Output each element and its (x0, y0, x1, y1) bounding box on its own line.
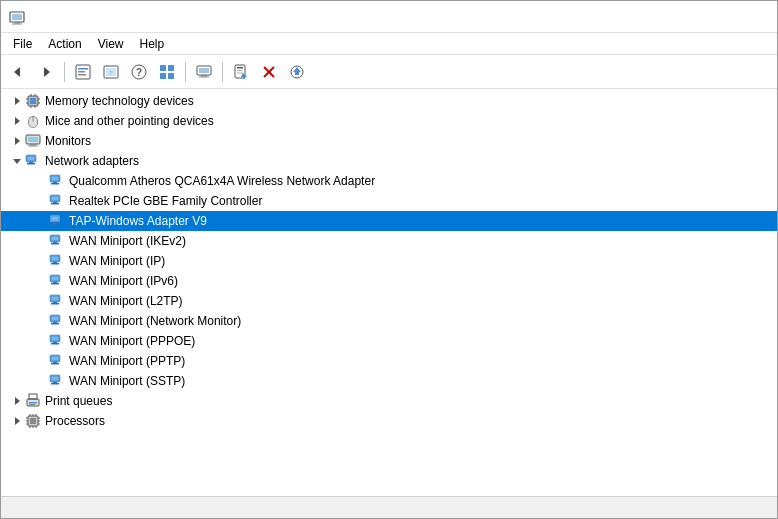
svg-rect-56 (29, 162, 33, 163)
svg-rect-3 (12, 23, 22, 24)
svg-rect-91 (52, 337, 58, 340)
expand-btn-processors[interactable] (9, 413, 25, 429)
svg-rect-59 (52, 177, 58, 180)
item-icon-wan-sstp (49, 373, 65, 389)
menu-help[interactable]: Help (132, 33, 173, 54)
svg-rect-2 (14, 22, 20, 24)
item-label-wan-ikev2: WAN Miniport (IKEv2) (69, 231, 186, 251)
update-button[interactable] (284, 59, 310, 85)
svg-rect-26 (237, 72, 243, 73)
svg-rect-22 (199, 76, 209, 77)
back-icon (10, 64, 26, 80)
svg-rect-101 (51, 383, 59, 385)
item-icon-tap (49, 213, 65, 229)
item-label-qualcomm: Qualcomm Atheros QCA61x4A Wireless Netwo… (69, 171, 375, 191)
separator-3 (222, 62, 223, 82)
close-button[interactable] (723, 1, 769, 33)
item-label-mice: Mice and other pointing devices (45, 111, 214, 131)
tree-item-wan-netmon[interactable]: WAN Miniport (Network Monitor) (1, 311, 777, 331)
item-label-print: Print queues (45, 391, 112, 411)
item-icon-memory (25, 93, 41, 109)
tree-item-print[interactable]: Print queues (1, 391, 777, 411)
svg-text:?: ? (136, 67, 142, 78)
svg-rect-76 (53, 262, 57, 263)
minimize-button[interactable] (631, 1, 677, 33)
svg-rect-89 (51, 323, 59, 325)
svg-rect-83 (52, 297, 58, 300)
svg-rect-52 (28, 146, 38, 147)
svg-rect-25 (237, 70, 242, 71)
remove-button[interactable] (256, 59, 282, 85)
item-label-wan-pppoe: WAN Miniport (PPPOE) (69, 331, 195, 351)
svg-rect-73 (51, 243, 59, 245)
item-icon-wan-ipv6 (49, 273, 65, 289)
scan-button[interactable] (228, 59, 254, 85)
item-icon-mice (25, 113, 41, 129)
menu-bar: File Action View Help (1, 33, 777, 55)
menu-view[interactable]: View (90, 33, 132, 54)
expand-btn-mice[interactable] (9, 113, 25, 129)
back-button[interactable] (5, 59, 31, 85)
expand-btn-print[interactable] (9, 393, 25, 409)
tree-item-mice[interactable]: Mice and other pointing devices (1, 111, 777, 131)
svg-rect-72 (53, 242, 57, 243)
item-label-network: Network adapters (45, 151, 139, 171)
help-button[interactable]: ? (126, 59, 152, 85)
expand-btn-network[interactable] (9, 153, 25, 169)
show-devices-button[interactable] (191, 59, 217, 85)
svg-marker-5 (44, 67, 50, 77)
expand-btn-monitors[interactable] (9, 133, 25, 149)
view-icon (159, 64, 175, 80)
svg-rect-65 (51, 203, 59, 205)
svg-rect-93 (51, 343, 59, 345)
svg-rect-63 (52, 197, 58, 200)
item-icon-processors (25, 413, 41, 429)
tree-item-wan-l2tp[interactable]: WAN Miniport (L2TP) (1, 291, 777, 311)
properties-button[interactable] (70, 59, 96, 85)
svg-rect-100 (53, 382, 57, 383)
tree-item-network[interactable]: Network adapters (1, 151, 777, 171)
item-icon-monitors (25, 133, 41, 149)
tree-item-monitors[interactable]: Monitors (1, 131, 777, 151)
svg-rect-17 (160, 73, 166, 79)
tree-item-wan-sstp[interactable]: WAN Miniport (SSTP) (1, 371, 777, 391)
svg-rect-97 (51, 363, 59, 365)
tree-item-processors[interactable]: Processors (1, 411, 777, 431)
svg-rect-106 (29, 394, 37, 399)
scan-icon (233, 64, 249, 80)
device-tree[interactable]: Memory technology devices Mice and other… (1, 89, 777, 496)
tree-item-wan-ikev2[interactable]: WAN Miniport (IKEv2) (1, 231, 777, 251)
tree-item-wan-pppoe[interactable]: WAN Miniport (PPPOE) (1, 331, 777, 351)
svg-marker-4 (14, 67, 20, 77)
item-icon-realtek (49, 193, 65, 209)
svg-rect-50 (28, 137, 38, 142)
item-label-monitors: Monitors (45, 131, 91, 151)
forward-button[interactable] (33, 59, 59, 85)
expand-btn-memory[interactable] (9, 93, 25, 109)
item-label-memory: Memory technology devices (45, 91, 194, 111)
menu-action[interactable]: Action (40, 33, 89, 54)
menu-file[interactable]: File (5, 33, 40, 54)
update-driver-button[interactable]: ↑ (98, 59, 124, 85)
tree-item-qualcomm[interactable]: Qualcomm Atheros QCA61x4A Wireless Netwo… (1, 171, 777, 191)
svg-marker-43 (15, 117, 20, 125)
svg-rect-92 (53, 342, 57, 343)
item-icon-wan-pptp (49, 353, 65, 369)
item-icon-wan-ikev2 (49, 233, 65, 249)
svg-rect-87 (52, 317, 58, 320)
tree-item-wan-ip[interactable]: WAN Miniport (IP) (1, 251, 777, 271)
svg-rect-21 (201, 75, 207, 77)
view-button[interactable] (154, 59, 180, 85)
tree-item-tap[interactable]: TAP-Windows Adapter V9 (1, 211, 777, 231)
item-label-wan-l2tp: WAN Miniport (L2TP) (69, 291, 183, 311)
svg-rect-57 (27, 163, 35, 165)
svg-rect-60 (53, 182, 57, 183)
separator-2 (185, 62, 186, 82)
window-controls (631, 1, 769, 33)
tree-item-realtek[interactable]: Realtek PCIe GBE Family Controller (1, 191, 777, 211)
tree-item-wan-pptp[interactable]: WAN Miniport (PPTP) (1, 351, 777, 371)
tree-item-memory[interactable]: Memory technology devices (1, 91, 777, 111)
svg-rect-75 (52, 257, 58, 260)
tree-item-wan-ipv6[interactable]: WAN Miniport (IPv6) (1, 271, 777, 291)
maximize-button[interactable] (677, 1, 723, 33)
